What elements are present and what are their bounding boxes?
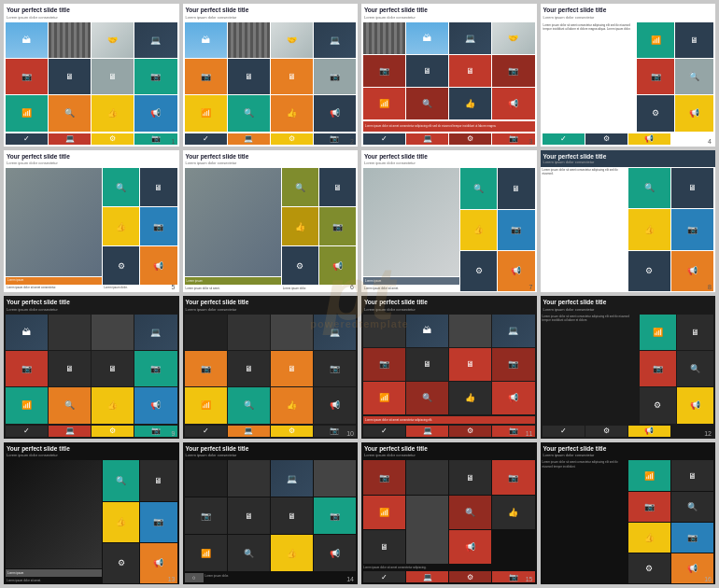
s15-ic6: 👍 [492, 496, 534, 529]
slide-2[interactable]: Your perfect slide title Lorem ipsum dol… [183, 4, 359, 147]
s10-ic8: 📢 [314, 387, 356, 423]
s15-ic5: 🔍 [449, 496, 491, 529]
s12-ic4: 🔍 [677, 351, 713, 386]
slide-8[interactable]: Your perfect slide title Lorem ipsum dol… [541, 150, 716, 293]
slide-number-12: 12 [704, 430, 712, 437]
s11-b3: ⚙ [449, 426, 491, 437]
slide-3[interactable]: Your perfect slide title Lorem ipsum dol… [361, 4, 537, 147]
slide-number-8: 8 [708, 284, 712, 290]
ic-camera: 📷 [6, 59, 48, 94]
slide-15[interactable]: Your perfect slide title Lorem ipsum dol… [361, 442, 537, 585]
s10-ic5: 📶 [185, 387, 227, 423]
s9-ic8: 📢 [134, 387, 176, 423]
s2-ic6: 🔍 [228, 95, 270, 131]
s15-ic3: 📷 [492, 460, 534, 494]
slide-5[interactable]: Your perfect slide title Lorem ipsum dol… [4, 150, 179, 293]
slide-5-title: Your perfect slide title [4, 150, 179, 161]
s15-b3: ⚙ [449, 571, 491, 582]
slide-8-subtitle: Lorem ipsum dolor consectetur [543, 160, 713, 164]
s8-ic5: ⚙ [628, 251, 670, 292]
s11-p3 [449, 315, 491, 347]
s3-p2: 🏔 [406, 22, 448, 54]
s3-ic3: 🖥 [449, 55, 491, 87]
slide-9-subtitle: Lorem ipsum dolor consectetur [4, 307, 179, 314]
slide-number-10: 10 [346, 430, 354, 437]
s14-ic7: 👍 [271, 535, 313, 571]
slide-number-3: 3 [529, 138, 533, 145]
slide-13-title: Your perfect slide title [4, 442, 179, 454]
slide-11-title: Your perfect slide title [361, 296, 537, 307]
ic-gear: ⚙ [92, 133, 134, 145]
slide-number-16: 16 [704, 576, 712, 582]
slide-10-subtitle: Lorem ipsum dolor consectetur [183, 307, 359, 314]
ic-thumb: 👍 [92, 95, 134, 131]
s3-b3: ⚙ [449, 133, 491, 145]
s11-p4: 💻 [492, 315, 534, 347]
slide-4[interactable]: Your perfect slide title Lorem ipsum dol… [541, 4, 716, 147]
s8-ic3: 👍 [628, 209, 670, 250]
slide-2-subtitle: Lorem ipsum dolor consectetur [183, 15, 359, 21]
s7-box1: Lorem ipsum [363, 277, 459, 285]
s2-p3: 🤝 [271, 22, 313, 58]
slide-9[interactable]: Your perfect slide title Lorem ipsum dol… [4, 296, 179, 439]
slide-number-14: 14 [346, 576, 354, 582]
s14-ic2: 🖥 [228, 497, 270, 534]
s9-ic3: 🖥 [92, 351, 134, 386]
s14-p2 [228, 460, 270, 497]
slide-14[interactable]: Your perfect slide title Lorem ipsum dol… [183, 442, 359, 585]
slide-12-title: Your perfect slide title [541, 296, 716, 307]
s2-ic2: 🖥 [228, 59, 270, 94]
slide-15-title: Your perfect slide title [361, 442, 537, 454]
s3-ic7: 👍 [449, 88, 491, 119]
s2-b3: ⚙ [271, 133, 313, 145]
slide-1[interactable]: Your perfect slide title Lorem ipsum dol… [4, 4, 179, 147]
ic-wifi: 📶 [6, 95, 48, 131]
s6-ic4: 📷 [319, 207, 356, 245]
ic-laptop: 💻 [49, 133, 91, 145]
s6-photo [185, 168, 281, 276]
s9-ic7: 👍 [92, 387, 134, 423]
s16-ic7: ⚙ [628, 553, 670, 583]
s9-b2: 💻 [49, 426, 91, 437]
s9-p4: 💻 [134, 315, 176, 350]
s16-ic2: 🖥 [671, 460, 713, 490]
s13-photo [6, 460, 102, 568]
slide-7-subtitle: Lorem ipsum dolor consectetur [361, 161, 537, 167]
s15-b1: ✓ [363, 571, 405, 582]
slide-14-title: Your perfect slide title [183, 442, 359, 454]
s10-p2 [228, 315, 270, 350]
s3-highlight: Lorem ipsum dolor sit amet consectetur a… [365, 124, 533, 128]
s3-p3: 💻 [449, 22, 491, 54]
s10-ic2: 🖥 [228, 351, 270, 386]
s5-box1: Lorem ipsum [6, 277, 102, 285]
s4-b1: ✓ [543, 133, 585, 145]
slide-10-title: Your perfect slide title [183, 296, 359, 307]
s6-box1: Lorem ipsum [185, 277, 281, 285]
slide-13[interactable]: Your perfect slide title Lorem ipsum dol… [4, 442, 179, 585]
slide-6[interactable]: Your perfect slide title Lorem ipsum dol… [183, 150, 359, 293]
s10-ic6: 🔍 [228, 387, 270, 423]
slide-number-1: 1 [172, 138, 176, 145]
s12-b1: ✓ [543, 426, 585, 437]
s3-ic6: 🔍 [406, 88, 448, 119]
s6-ic6: 📢 [319, 246, 356, 285]
s2-p2 [228, 22, 270, 58]
s12-ic5: ⚙ [640, 387, 676, 423]
slide-10[interactable]: Your perfect slide title Lorem ipsum dol… [183, 296, 359, 439]
s14-ic4: 📷 [314, 497, 356, 534]
s14-p1 [185, 460, 227, 497]
s4-b3: 📢 [628, 133, 670, 145]
s12-ic6: 📢 [677, 387, 713, 423]
slide-16[interactable]: Your perfect slide title Lorem ipsum dol… [541, 442, 716, 585]
s15-p1 [406, 460, 448, 494]
slide-number-11: 11 [526, 430, 533, 437]
s3-p4: 🤝 [492, 22, 534, 54]
s15-ic2: 🖥 [449, 460, 491, 494]
slide-11[interactable]: Your perfect slide title Lorem ipsum dol… [361, 296, 537, 439]
s11-ic3: 🖥 [449, 348, 491, 381]
slide-1-title: Your perfect slide title [4, 4, 179, 15]
s15-ic7: 🖥 [363, 530, 405, 564]
slide-7[interactable]: Your perfect slide title Lorem ipsum dol… [361, 150, 537, 293]
slide-6-title: Your perfect slide title [183, 150, 359, 161]
slide-12[interactable]: Your perfect slide title Lorem ipsum dol… [541, 296, 716, 439]
